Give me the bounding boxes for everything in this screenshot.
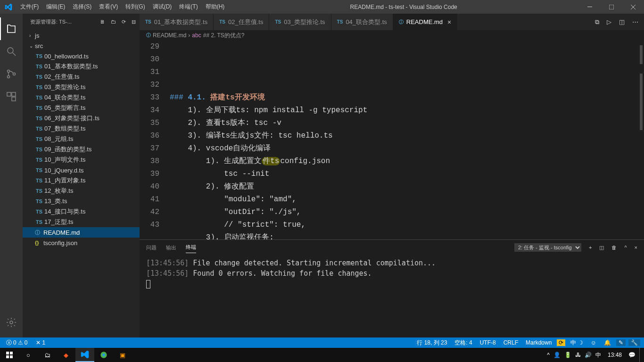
tray-volume-icon[interactable]: 🔊 — [585, 352, 592, 358]
cortana-icon[interactable]: ○ — [19, 348, 38, 362]
debug-icon[interactable] — [0, 85, 23, 108]
file-01_基本数据类型.ts[interactable]: TS01_基本数据类型.ts — [23, 61, 140, 72]
maximize-button[interactable] — [601, 0, 622, 14]
breadcrumb-section[interactable]: ## 2. TS的优点? — [203, 32, 245, 40]
folder-src[interactable]: ⌄ src — [23, 41, 140, 51]
file-tsconfig.json[interactable]: {}tsconfig.json — [23, 238, 140, 248]
new-file-icon[interactable]: 🗎 — [100, 19, 105, 25]
status-ext3[interactable]: 🔧 — [628, 339, 640, 346]
trash-icon[interactable]: 🗑 — [611, 245, 617, 250]
collapse-icon[interactable]: ⊟ — [132, 19, 136, 25]
status-cursor[interactable]: 行 18, 列 23 — [414, 339, 449, 347]
chrome-icon[interactable] — [94, 348, 113, 362]
file-11_内置对象.ts[interactable]: TS11_内置对象.ts — [23, 175, 140, 186]
app1-icon[interactable]: ◆ — [57, 348, 75, 362]
status-eol[interactable]: CRLF — [501, 339, 520, 346]
menu-帮助(H)[interactable]: 帮助(H) — [202, 0, 229, 14]
show-desktop[interactable] — [639, 348, 642, 362]
terminal-output[interactable]: [13:45:56] File change detected. Startin… — [140, 255, 644, 337]
menu-终端(T)[interactable]: 终端(T) — [175, 0, 201, 14]
explorer-taskbar-icon[interactable]: 🗂 — [38, 348, 57, 362]
new-terminal-icon[interactable]: + — [589, 245, 592, 250]
start-button[interactable] — [0, 348, 19, 362]
menu-选择(S)[interactable]: 选择(S) — [69, 0, 95, 14]
panel-tab-终端[interactable]: 终端 — [186, 242, 196, 253]
file-07_数组类型.ts[interactable]: TS07_数组类型.ts — [23, 123, 140, 134]
tab-03_类型推论.ts[interactable]: TS03_类型推论.ts — [269, 14, 331, 30]
tray-network-icon[interactable]: 🖧 — [575, 352, 581, 358]
breadcrumb-file-icon: ⓘ — [146, 32, 151, 39]
file-02_任意值.ts[interactable]: TS02_任意值.ts — [23, 72, 140, 82]
folder-js[interactable]: › js — [23, 30, 140, 41]
tab-README.md[interactable]: ⓘREADME.md× — [393, 14, 457, 30]
file-10_jQuery.d.ts[interactable]: TS10_jQuery.d.ts — [23, 165, 140, 175]
file-13_类.ts[interactable]: TS13_类.ts — [23, 196, 140, 206]
close-button[interactable] — [622, 0, 644, 14]
tab-02_任意值.ts[interactable]: TS02_任意值.ts — [214, 14, 269, 30]
file-17_泛型.ts[interactable]: TS17_泛型.ts — [23, 217, 140, 227]
vscode-taskbar-icon[interactable] — [75, 348, 94, 362]
code-content[interactable]: ### 4.1. 搭建ts开发环境 1). 全局下载ts: npm instal… — [170, 41, 644, 239]
file-10_声明文件.ts[interactable]: TS10_声明文件.ts — [23, 155, 140, 165]
maximize-panel-icon[interactable]: ^ — [624, 245, 627, 250]
split-terminal-icon[interactable]: ◫ — [599, 245, 604, 251]
search-icon[interactable] — [0, 40, 23, 63]
file-05_类型断言.ts[interactable]: TS05_类型断言.ts — [23, 103, 140, 113]
breadcrumb[interactable]: ⓘ README.md › abc ## 2. TS的优点? — [140, 30, 644, 41]
status-encoding[interactable]: UTF-8 — [478, 339, 498, 346]
status-git[interactable]: ✕ 1 — [33, 339, 48, 346]
file-14_接口与类.ts[interactable]: TS14_接口与类.ts — [23, 206, 140, 217]
panel-tab-问题[interactable]: 问题 — [146, 242, 157, 253]
file-tree[interactable]: › js⌄ srcTS00_helloworld.tsTS01_基本数据类型.t… — [23, 30, 140, 337]
editor[interactable]: 293031323334353637383940414243 ### 4.1. … — [140, 41, 644, 239]
status-spaces[interactable]: 空格: 4 — [452, 339, 474, 347]
minimap[interactable] — [637, 41, 644, 239]
tab-close-icon[interactable]: × — [447, 18, 451, 26]
menu-编辑(E)[interactable]: 编辑(E) — [42, 0, 69, 14]
svg-point-5 — [13, 73, 16, 75]
minimize-button[interactable] — [579, 0, 601, 14]
split-preview-icon[interactable]: ⧉ — [595, 18, 599, 26]
explorer-icon[interactable] — [0, 17, 23, 40]
menu-查看(V)[interactable]: 查看(V) — [95, 0, 122, 14]
tray-notifications-icon[interactable]: 💬 — [628, 352, 636, 358]
file-09_函数的类型.ts[interactable]: TS09_函数的类型.ts — [23, 144, 140, 155]
source-control-icon[interactable] — [0, 63, 23, 85]
tray-up-icon[interactable]: ^ — [547, 352, 550, 358]
status-ext2[interactable]: ✎ — [616, 339, 626, 346]
status-ime[interactable]: 中 ☽ — [568, 339, 585, 347]
file-03_类型推论.ts[interactable]: TS03_类型推论.ts — [23, 82, 140, 92]
file-06_对象类型·接口.ts[interactable]: TS06_对象类型·接口.ts — [23, 113, 140, 123]
menu-文件(F)[interactable]: 文件(F) — [17, 0, 42, 14]
tray-ime-icon[interactable]: 中 — [595, 351, 601, 359]
breadcrumb-file[interactable]: README.md — [153, 32, 186, 39]
tray-people-icon[interactable]: 👤 — [553, 352, 561, 358]
tray-clock[interactable]: 13:48 — [605, 352, 625, 358]
tab-01_基本数据类型.ts[interactable]: TS01_基本数据类型.ts — [140, 14, 214, 30]
file-12_枚举.ts[interactable]: TS12_枚举.ts — [23, 186, 140, 196]
file-README.md[interactable]: ⓘREADME.md — [23, 227, 140, 238]
settings-icon[interactable] — [0, 311, 23, 334]
status-errors[interactable]: ⓧ 0 ⚠ 0 — [4, 339, 30, 347]
svg-point-4 — [8, 76, 10, 78]
close-panel-icon[interactable]: × — [635, 245, 637, 250]
menu-调试(D)[interactable]: 调试(D) — [149, 0, 176, 14]
panel-tab-输出[interactable]: 输出 — [166, 242, 176, 253]
file-00_helloworld.ts[interactable]: TS00_helloworld.ts — [23, 51, 140, 61]
menu-转到(G)[interactable]: 转到(G) — [122, 0, 149, 14]
tray-battery-icon[interactable]: 🔋 — [564, 352, 571, 358]
status-bell-icon[interactable]: 🔔 — [602, 339, 613, 346]
split-editor-icon[interactable]: ◫ — [619, 18, 625, 25]
app2-icon[interactable]: ▣ — [113, 348, 132, 362]
file-04_联合类型.ts[interactable]: TS04_联合类型.ts — [23, 92, 140, 103]
run-icon[interactable]: ▷ — [607, 18, 611, 25]
new-folder-icon[interactable]: 🗀 — [111, 19, 116, 25]
terminal-selector[interactable]: 2: 任务 - 监视 - tsconfig — [514, 243, 581, 252]
refresh-icon[interactable]: ⟳ — [122, 19, 126, 25]
file-08_元组.ts[interactable]: TS08_元组.ts — [23, 134, 140, 144]
tab-04_联合类型.ts[interactable]: TS04_联合类型.ts — [331, 14, 393, 30]
status-ext1[interactable]: ⟳ — [557, 339, 565, 346]
status-language[interactable]: Markdown — [523, 339, 554, 346]
status-feedback-icon[interactable]: ☺ — [588, 339, 599, 346]
more-icon[interactable]: ⋯ — [632, 18, 638, 25]
